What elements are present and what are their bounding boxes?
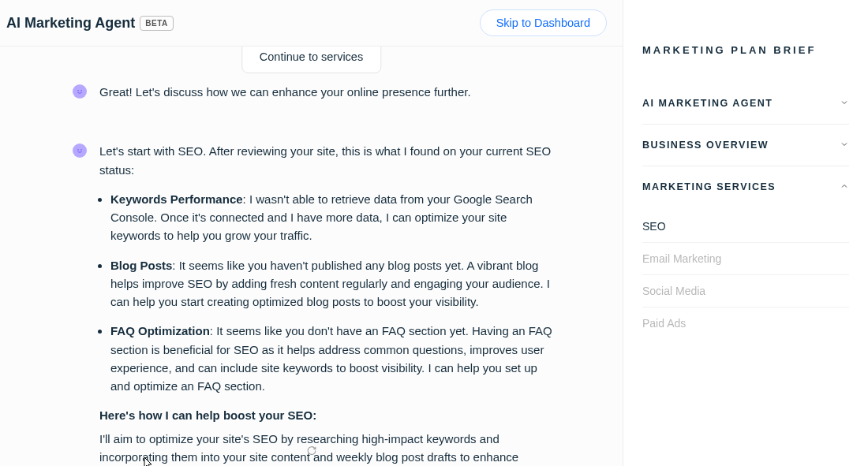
chat-area: Continue to services Great! Let's discus… — [0, 47, 623, 466]
help-heading: Here's how I can help boost your SEO: — [99, 408, 316, 422]
message-text: Great! Let's discuss how we can enhance … — [99, 83, 553, 101]
header: AI Marketing Agent BETA Skip to Dashboar… — [0, 0, 623, 47]
svg-point-3 — [80, 149, 82, 151]
chevron-down-icon — [840, 139, 849, 151]
service-item-paid-ads[interactable]: Paid Ads — [642, 308, 849, 339]
accordion-business-overview[interactable]: BUSINESS OVERVIEW — [642, 125, 849, 166]
svg-point-0 — [77, 90, 79, 91]
message-intro: Let's start with SEO. After reviewing yo… — [99, 142, 553, 179]
agent-avatar-icon — [73, 84, 87, 99]
skip-to-dashboard-button[interactable]: Skip to Dashboard — [480, 9, 607, 36]
chat-message: Let's start with SEO. After reviewing yo… — [73, 142, 553, 466]
bullet-item: FAQ Optimization: It seems like you don'… — [110, 322, 553, 395]
svg-point-1 — [80, 90, 82, 91]
bullet-item: Keywords Performance: I wasn't able to r… — [110, 190, 553, 245]
refresh-icon[interactable] — [306, 445, 316, 458]
sidebar: MARKETING PLAN BRIEF AI MARKETING AGENT … — [623, 0, 868, 466]
continue-to-services-button[interactable]: Continue to services — [241, 47, 381, 73]
svg-point-2 — [77, 149, 79, 151]
beta-badge: BETA — [140, 16, 173, 31]
agent-avatar-icon — [73, 144, 87, 158]
service-item-seo[interactable]: SEO — [642, 211, 849, 243]
bullet-item: Blog Posts: It seems like you haven't pu… — [110, 256, 553, 311]
help-body: I'll aim to optimize your site's SEO by … — [99, 430, 553, 467]
service-item-email-marketing[interactable]: Email Marketing — [642, 243, 849, 275]
service-item-social-media[interactable]: Social Media — [642, 275, 849, 308]
chevron-down-icon — [840, 97, 849, 110]
sidebar-title: MARKETING PLAN BRIEF — [642, 44, 849, 56]
accordion-marketing-services[interactable]: MARKETING SERVICES — [642, 166, 849, 207]
page-title: AI Marketing Agent — [6, 15, 135, 32]
chat-message: Great! Let's discuss how we can enhance … — [73, 83, 553, 106]
accordion-ai-marketing-agent[interactable]: AI MARKETING AGENT — [642, 83, 849, 124]
chevron-up-icon — [840, 181, 849, 193]
